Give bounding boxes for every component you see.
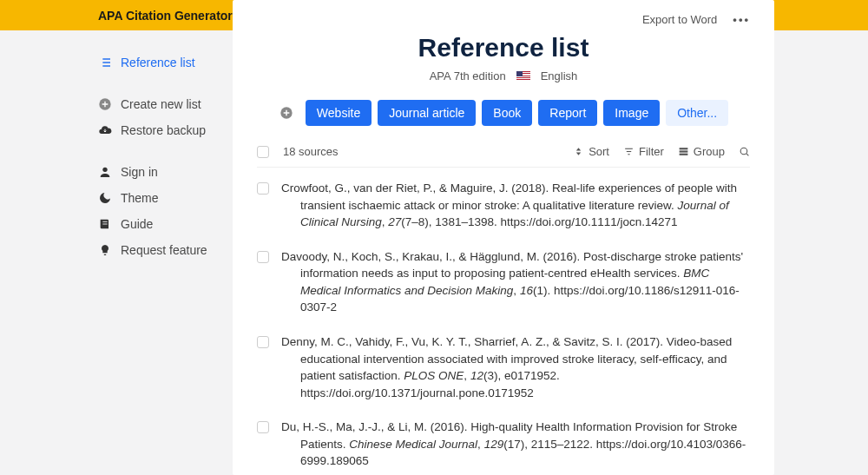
sidebar-item-label: Request feature [121,243,207,257]
add-source-icon[interactable] [279,105,294,121]
type-website-button[interactable]: Website [306,100,372,126]
svg-rect-13 [679,148,687,149]
reference-text: Crowfoot, G., van der Riet, P., & Maguir… [281,180,750,231]
reference-text: Denny, M. C., Vahidy, F., Vu, K. Y. T., … [281,333,750,401]
svg-rect-14 [679,150,687,152]
sidebar-item-label: Sign in [121,165,158,179]
svg-rect-8 [104,254,107,255]
sidebar-item-label: Reference list [121,56,195,69]
us-flag-icon [516,71,530,81]
sidebar-item-guide[interactable]: Guide [98,211,233,237]
list-icon [98,56,112,69]
sidebar-item-reference-list[interactable]: Reference list [98,49,233,76]
app-title: APA Citation Generator [98,9,233,23]
sidebar-item-request-feature[interactable]: Request feature [98,237,233,263]
sidebar-item-restore-backup[interactable]: Restore backup [98,117,233,143]
select-all-checkbox[interactable] [257,146,269,158]
search-button[interactable] [739,146,750,157]
sidebar-item-sign-in[interactable]: Sign in [98,159,233,185]
lightbulb-icon [98,243,112,257]
type-report-button[interactable]: Report [538,100,597,126]
reference-row[interactable]: Du, H.-S., Ma, J.-J., & Li, M. (2016). H… [257,419,750,470]
reference-row[interactable]: Davoody, N., Koch, S., Krakau, I., & Häg… [257,248,750,316]
svg-point-16 [740,148,747,155]
svg-point-7 [102,168,107,172]
type-image-button[interactable]: Image [603,100,660,126]
reference-checkbox[interactable] [257,336,269,348]
moon-icon [98,191,112,205]
reference-text: Davoody, N., Koch, S., Krakau, I., & Häg… [281,248,750,316]
more-menu-icon[interactable]: ••• [733,13,750,26]
export-word-link[interactable]: Export to Word [642,13,717,26]
reference-row[interactable]: Denny, M. C., Vahidy, F., Vu, K. Y. T., … [257,333,750,401]
reference-list-body: Crowfoot, G., van der Riet, P., & Maguir… [257,168,750,475]
group-icon [678,146,689,157]
type-book-button[interactable]: Book [482,100,532,126]
type-journal-button[interactable]: Journal article [378,100,476,126]
sort-button[interactable]: Sort [573,145,609,158]
reference-checkbox[interactable] [257,182,269,195]
reference-checkbox[interactable] [257,421,269,433]
list-controls: 18 sources Sort Filter Group [257,145,750,168]
reference-row[interactable]: Crowfoot, G., van der Riet, P., & Maguir… [257,180,750,231]
type-other-button[interactable]: Other... [666,100,728,126]
svg-line-17 [746,154,748,155]
sort-icon [573,146,584,157]
main-panel: Export to Word ••• Reference list APA 7t… [233,0,774,475]
filter-icon [623,146,635,157]
language-label[interactable]: English [541,69,578,82]
group-button[interactable]: Group [678,145,725,158]
svg-rect-15 [679,154,687,155]
reference-checkbox[interactable] [257,251,269,263]
filter-button[interactable]: Filter [623,145,664,158]
user-icon [98,165,112,179]
sidebar-item-create-new[interactable]: Create new list [98,91,233,117]
edition-label[interactable]: APA 7th edition [430,69,506,82]
cloud-download-icon [98,123,112,137]
book-icon [98,217,112,231]
source-count: 18 sources [283,145,339,158]
reference-text: Du, H.-S., Ma, J.-J., & Li, M. (2016). H… [281,419,750,470]
sidebar-item-theme[interactable]: Theme [98,185,233,211]
sidebar-item-label: Restore backup [121,123,206,137]
plus-circle-icon [98,97,112,111]
page-title: Reference list [257,33,750,63]
search-icon [739,146,750,157]
sidebar-item-label: Theme [121,191,159,205]
sidebar-item-label: Create new list [121,97,201,111]
sidebar-item-label: Guide [121,217,153,231]
sidebar: Reference list Create new list Restore b… [0,30,233,475]
